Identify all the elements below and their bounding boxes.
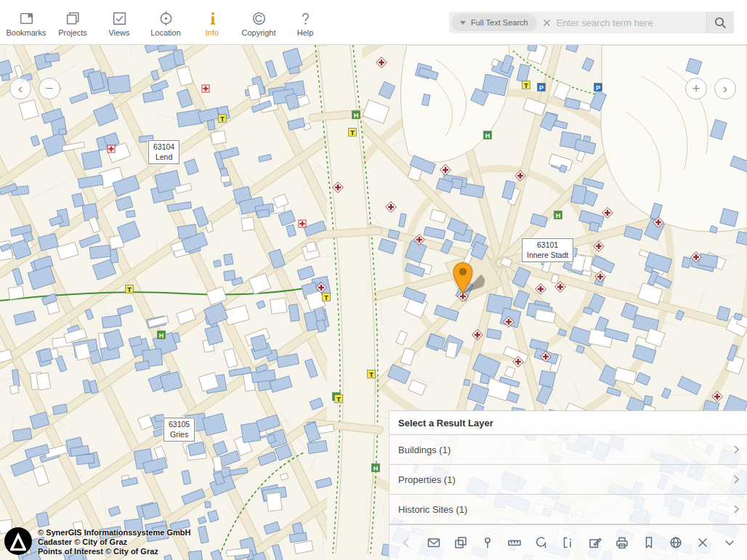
layer-label: Properties (1) (398, 474, 456, 485)
district-name: Lend (153, 153, 174, 163)
synergis-logo-icon (4, 527, 32, 558)
district-code: 63104 (153, 142, 174, 153)
layer-label: Buildings (1) (398, 445, 451, 455)
search-mode-dropdown[interactable]: Full Text Search (451, 14, 537, 31)
chevron-right-icon (733, 445, 740, 455)
bookmarks-icon (18, 8, 35, 27)
email-button[interactable] (424, 532, 444, 553)
bookmark-icon (642, 535, 656, 550)
zoom-in-button[interactable]: + (685, 78, 707, 100)
clear-search-button[interactable] (537, 19, 557, 27)
chevron-down-icon (460, 21, 466, 25)
views-icon (111, 8, 128, 27)
toolbar-label: Copyright (241, 28, 275, 37)
print-icon (615, 535, 629, 550)
result-layer-properties[interactable]: Properties (1) (389, 465, 747, 495)
svg-text:H: H (354, 112, 359, 119)
result-panel-title: Select a Result Layer (389, 411, 747, 435)
result-layer-historic-sites[interactable]: Historic Sites (1) (389, 495, 747, 524)
result-tools-toolbar (389, 524, 747, 560)
bookmark-button[interactable] (639, 532, 659, 553)
identify-icon (534, 535, 549, 550)
svg-text:T: T (336, 396, 341, 403)
copy-extent-button[interactable] (451, 532, 471, 553)
pan-right-button[interactable]: › (714, 78, 736, 100)
app-window: Bookmarks Projects Views Location Info (0, 0, 747, 560)
globe-icon (669, 535, 683, 550)
district-label-lend: 63104 Lend (148, 140, 179, 164)
info-icon (204, 8, 221, 27)
district-code: 63105 (169, 420, 190, 430)
collapse-icon (722, 535, 737, 550)
measure-icon (507, 535, 522, 550)
district-code: 63101 (527, 240, 568, 251)
chevron-right-icon (733, 504, 740, 514)
measure-button[interactable] (504, 532, 525, 553)
top-toolbar: Bookmarks Projects Views Location Info (0, 0, 747, 45)
search-input[interactable] (557, 17, 706, 28)
svg-text:T: T (127, 286, 132, 293)
toolbar-item-copyright[interactable]: Copyright (235, 1, 282, 44)
svg-text:H: H (159, 332, 164, 339)
search-mode-label: Full Text Search (471, 18, 528, 27)
redlining-icon (561, 535, 576, 550)
result-layer-panel: Select a Result Layer Buildings (1) Prop… (389, 410, 747, 524)
previous-view-icon (400, 535, 414, 550)
zoom-out-button[interactable]: − (39, 78, 60, 100)
svg-text:P: P (596, 84, 600, 92)
location-icon (158, 8, 174, 27)
help-icon (297, 8, 314, 27)
search-bar: Full Text Search (449, 12, 734, 33)
redlining-button[interactable] (558, 532, 578, 553)
toolbar-item-views[interactable]: Views (96, 1, 142, 44)
toolbar-item-help[interactable]: Help (282, 1, 328, 44)
map-viewport: HHHHHHTTTTTTTPP ‹ − + › 63104 Lend 63101… (0, 45, 747, 560)
globe-button[interactable] (666, 532, 686, 553)
svg-text:T: T (524, 82, 528, 89)
district-label-gries: 63105 Gries (163, 418, 195, 442)
edit-drawing-button[interactable] (585, 532, 605, 553)
toolbar-label: Bookmarks (6, 28, 46, 37)
copy-extent-icon (453, 535, 468, 550)
close-results-button[interactable] (693, 532, 713, 553)
toolbar-label: Location (150, 28, 181, 37)
identify-button[interactable] (531, 532, 552, 553)
toolbar-item-projects[interactable]: Projects (49, 1, 96, 44)
print-button[interactable] (612, 532, 632, 553)
previous-view-button[interactable] (397, 532, 417, 553)
pin-icon (480, 535, 495, 550)
toolbar-label: Help (297, 28, 314, 37)
toolbar-label: Projects (58, 28, 87, 37)
svg-text:P: P (539, 84, 544, 92)
result-layer-buildings[interactable]: Buildings (1) (389, 435, 747, 465)
edit-drawing-icon (588, 535, 602, 550)
district-name: Gries (169, 430, 190, 440)
attribution-line: Cadaster © City of Graz (38, 537, 190, 547)
toolbar-label: Views (108, 28, 129, 37)
pan-left-button[interactable]: ‹ (9, 78, 31, 100)
attribution-text: © SynerGIS Informationssysteme GmbH Cada… (38, 528, 190, 558)
svg-text:T: T (324, 294, 328, 301)
copyright-icon (251, 8, 267, 27)
pin-button[interactable] (477, 532, 498, 553)
search-button[interactable] (706, 12, 734, 33)
attribution-line: © SynerGIS Informationssysteme GmbH (38, 528, 190, 537)
collapse-panel-button[interactable] (719, 532, 740, 553)
svg-text:T: T (350, 129, 355, 137)
toolbar-item-location[interactable]: Location (142, 1, 189, 44)
close-icon (543, 19, 551, 27)
svg-text:T: T (369, 371, 374, 378)
projects-icon (65, 8, 81, 27)
svg-text:T: T (220, 115, 225, 123)
layer-label: Historic Sites (1) (398, 504, 467, 515)
district-label-innere-stadt: 63101 Innere Stadt (522, 238, 573, 262)
svg-text:H: H (556, 212, 561, 219)
attribution-line: Points of Interest © City of Graz (38, 547, 190, 556)
chevron-right-icon (733, 474, 740, 484)
toolbar-item-bookmarks[interactable]: Bookmarks (3, 1, 49, 44)
close-icon (695, 535, 710, 550)
svg-text:H: H (485, 132, 490, 139)
toolbar-item-info[interactable]: Info (189, 1, 235, 44)
toolbar-label: Info (206, 28, 219, 37)
copyright-block: © SynerGIS Informationssysteme GmbH Cada… (4, 527, 190, 558)
